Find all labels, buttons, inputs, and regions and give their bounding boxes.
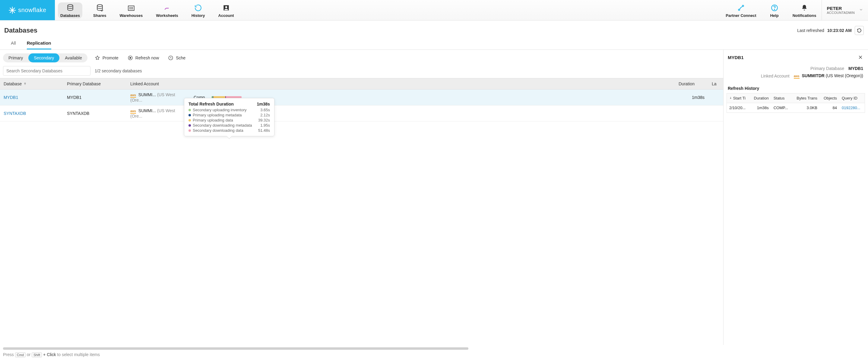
close-icon (858, 55, 863, 60)
search-row: 1/2 secondary databases (0, 66, 723, 78)
svg-point-11 (738, 9, 740, 10)
hist-col-start[interactable]: Start Ti (727, 94, 750, 103)
dot-icon (188, 109, 191, 111)
tab-all[interactable]: All (11, 40, 16, 50)
key-cmd: Cmd (15, 353, 26, 357)
warehouses-icon (127, 4, 135, 12)
hist-query: 0192280... (839, 103, 865, 113)
query-id-link[interactable]: 0192280... (842, 105, 860, 110)
col-last[interactable]: La (708, 78, 723, 90)
hist-duration: 1m38s (750, 103, 771, 113)
dot-icon (188, 129, 191, 132)
nav-label: Shares (93, 13, 106, 18)
multiselect-hint: Press Cmd or Shift + Click to select mul… (3, 352, 865, 357)
user-menu[interactable]: PETER ACCOUNTADMIN (822, 0, 868, 20)
close-button[interactable] (857, 54, 864, 61)
svg-point-1 (97, 4, 102, 7)
partner-connect-icon (737, 4, 745, 12)
database-icon (66, 4, 74, 12)
promote-button[interactable]: Promote (93, 54, 120, 62)
segment-secondary[interactable]: Secondary (28, 53, 59, 62)
meta-value: aws SUMMITDR (US West (Oregon)) (794, 73, 863, 79)
segment-available[interactable]: Available (59, 53, 88, 62)
tab-replication[interactable]: Replication (27, 40, 51, 50)
hist-col-bytes[interactable]: Bytes Trans (792, 94, 820, 103)
play-icon (128, 55, 133, 61)
table-header-row: Database Primary Database Linked Account… (0, 78, 723, 90)
hist-col-query[interactable]: Query ID (839, 94, 865, 103)
nav-warehouses[interactable]: Warehouses (117, 2, 145, 19)
user-name: PETER (827, 6, 855, 11)
tooltip-total: 1m38s (257, 102, 270, 106)
detail-meta-row: Primary Database MYDB1 (726, 65, 865, 72)
detail-title: MYDB1 (728, 55, 744, 60)
history-icon (194, 4, 203, 12)
refresh-button[interactable] (855, 26, 864, 35)
nav-label: Account (218, 13, 234, 18)
scrollbar-thumb[interactable] (3, 347, 468, 350)
nav-partner-connect[interactable]: Partner Connect (723, 2, 758, 19)
nav-notifications[interactable]: Notifications (790, 2, 819, 19)
nav-label: History (191, 13, 205, 18)
nav-databases[interactable]: Databases (58, 2, 82, 19)
bell-icon (800, 4, 809, 12)
horizontal-scrollbar[interactable] (3, 347, 468, 350)
dot-icon (188, 114, 191, 117)
svg-point-12 (742, 5, 743, 6)
hist-start: 2/10/20... (727, 103, 750, 113)
svg-point-5 (132, 7, 133, 7)
refresh-now-button[interactable]: Refresh now (126, 54, 161, 62)
dot-icon (188, 119, 191, 122)
svg-point-6 (130, 9, 130, 9)
col-status[interactable] (190, 78, 675, 90)
segment-primary[interactable]: Primary (3, 53, 28, 62)
nav-label: Partner Connect (726, 13, 756, 18)
svg-point-7 (131, 9, 131, 9)
search-input[interactable] (3, 66, 91, 76)
last-refreshed-time: 10:23:02 AM (827, 28, 852, 33)
svg-point-8 (132, 9, 133, 9)
table-row[interactable]: MYDB1 MYDB1 aws SUMMI... (US West (Ore..… (0, 90, 723, 105)
meta-label: Linked Account (761, 73, 789, 78)
database-link[interactable]: MYDB1 (4, 95, 18, 100)
detail-meta-row: Linked Account aws SUMMITDR (US West (Or… (726, 72, 865, 80)
nav-help[interactable]: Help (768, 2, 781, 19)
refresh-icon (857, 28, 862, 33)
hist-col-status[interactable]: Status (771, 94, 792, 103)
svg-point-10 (225, 6, 227, 8)
nav-label: Worksheets (156, 13, 178, 18)
history-row[interactable]: 2/10/20... 1m38s COMP... 3.0KB 84 019228… (727, 103, 865, 113)
account-icon (222, 4, 230, 12)
schedule-button[interactable]: Sche (166, 54, 187, 62)
database-link[interactable]: SYNTAXDB (4, 111, 26, 116)
cell-primary: MYDB1 (63, 90, 127, 105)
shares-icon (96, 4, 104, 12)
aws-badge: aws (130, 110, 136, 114)
table-row[interactable]: SYNTAXDB SYNTAXDB aws SUMMI... (US West … (0, 105, 723, 122)
action-label: Sche (176, 56, 185, 60)
page-tabs: All Replication (0, 35, 868, 50)
meta-label: Primary Database (810, 66, 844, 71)
chevron-down-icon (859, 7, 863, 13)
cell-primary: SYNTAXDB (63, 105, 127, 122)
brand-logo[interactable]: snowflake (0, 0, 55, 20)
col-duration[interactable]: Duration (675, 78, 708, 90)
col-linked-account[interactable]: Linked Account (127, 78, 190, 90)
left-pane: Primary Secondary Available Promote Refr… (0, 50, 723, 360)
last-refreshed-label: Last refreshed (797, 28, 824, 33)
filter-bar: Primary Secondary Available Promote Refr… (0, 50, 723, 66)
worksheets-icon (163, 4, 171, 12)
tooltip-title: Total Refresh Duration (188, 102, 234, 106)
col-database[interactable]: Database (0, 78, 63, 90)
nav-worksheets[interactable]: Worksheets (154, 2, 180, 19)
nav-account[interactable]: Account (216, 2, 237, 19)
col-primary-database[interactable]: Primary Database (63, 78, 127, 90)
hist-col-objects[interactable]: Objects (820, 94, 839, 103)
hist-col-duration[interactable]: Duration (750, 94, 771, 103)
cell-linked-account: aws SUMMI... (US West (Ore... (127, 90, 190, 105)
refresh-history-table: Start Ti Duration Status Bytes Trans Obj… (726, 93, 865, 113)
cell-duration: 1m38s (675, 90, 708, 105)
nav-history[interactable]: History (189, 2, 208, 19)
nav-shares[interactable]: Shares (91, 2, 108, 19)
refresh-history-title: Refresh History (726, 80, 865, 93)
